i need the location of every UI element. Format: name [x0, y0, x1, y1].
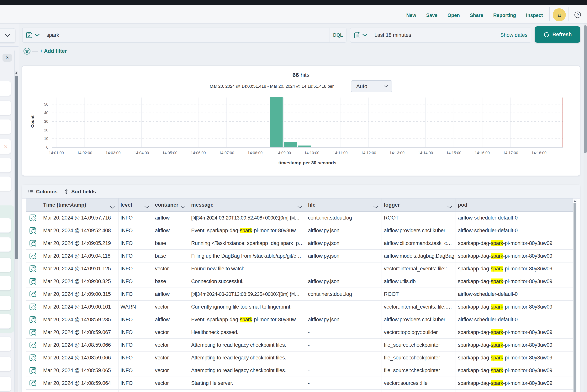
svg-text:14:12:00: 14:12:00	[361, 151, 376, 155]
svg-text:20: 20	[44, 128, 48, 132]
svg-text:14:04:00: 14:04:00	[134, 151, 149, 155]
svg-text:14:01:00: 14:01:00	[49, 151, 64, 155]
svg-text:14:09:00: 14:09:00	[276, 151, 291, 155]
svg-text:14:06:00: 14:06:00	[191, 151, 206, 155]
svg-text:0: 0	[46, 145, 48, 149]
svg-text:14:18:00: 14:18:00	[532, 151, 546, 155]
svg-text:14:16:00: 14:16:00	[475, 151, 490, 155]
svg-text:14:02:00: 14:02:00	[77, 151, 92, 155]
svg-text:timestamp per 30 seconds: timestamp per 30 seconds	[278, 160, 336, 165]
svg-text:14:10:00: 14:10:00	[304, 151, 319, 155]
svg-text:14:07:00: 14:07:00	[219, 151, 234, 155]
svg-text:14:08:00: 14:08:00	[248, 151, 263, 155]
svg-text:14:05:00: 14:05:00	[162, 151, 177, 155]
svg-text:10: 10	[44, 136, 48, 141]
svg-text:Count: Count	[30, 116, 35, 128]
svg-text:14:03:00: 14:03:00	[106, 151, 121, 155]
svg-text:14:14:00: 14:14:00	[418, 151, 433, 155]
svg-text:40: 40	[44, 110, 48, 115]
svg-text:14:17:00: 14:17:00	[503, 151, 518, 155]
svg-text:14:15:00: 14:15:00	[446, 151, 461, 155]
svg-text:30: 30	[44, 119, 48, 124]
svg-text:14:11:00: 14:11:00	[333, 151, 348, 155]
svg-text:50: 50	[44, 102, 48, 106]
svg-text:14:13:00: 14:13:00	[390, 151, 404, 155]
